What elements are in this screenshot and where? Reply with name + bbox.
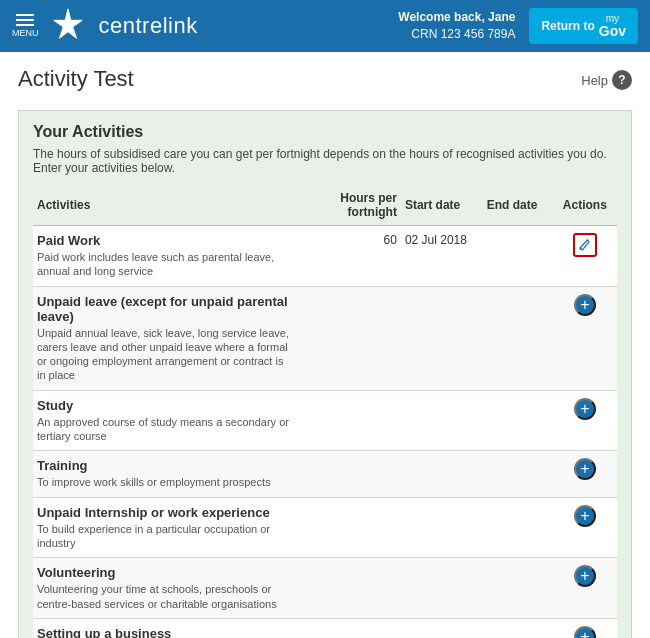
activity-start-date	[401, 451, 483, 497]
return-to-mygov-button[interactable]: Return to my Gov	[529, 8, 638, 44]
activity-hours	[296, 451, 401, 497]
help-button[interactable]: Help ?	[581, 70, 632, 90]
activity-end-date	[483, 451, 553, 497]
add-activity-button[interactable]: +	[574, 565, 596, 587]
activity-actions: +	[553, 451, 617, 497]
activity-name: Volunteering	[37, 565, 292, 580]
section-description: The hours of subsidised care you can get…	[33, 147, 617, 175]
col-activities: Activities	[33, 185, 296, 226]
activities-table: Activities Hours per fortnight Start dat…	[33, 185, 617, 638]
activity-description: To build experience in a particular occu…	[37, 522, 292, 551]
col-end-date: End date	[483, 185, 553, 226]
activity-end-date	[483, 390, 553, 451]
add-activity-button[interactable]: +	[574, 398, 596, 420]
activities-section: Your Activities The hours of subsidised …	[18, 110, 632, 638]
add-activity-button[interactable]: +	[574, 505, 596, 527]
activity-name: Setting up a business	[37, 626, 292, 638]
activity-description: Paid work includes leave such as parenta…	[37, 250, 292, 279]
table-row: Unpaid Internship or work experienceTo b…	[33, 497, 617, 558]
activity-end-date	[483, 497, 553, 558]
table-row: VolunteeringVolunteering your time at sc…	[33, 558, 617, 619]
activity-description: To improve work skills or employment pro…	[37, 475, 292, 489]
brand-name: centrelink	[99, 13, 198, 39]
activity-hours	[296, 497, 401, 558]
activity-name: Unpaid leave (except for unpaid parental…	[37, 294, 292, 324]
svg-marker-0	[53, 9, 82, 38]
table-row: Setting up a businessDeveloping business…	[33, 618, 617, 638]
activity-end-date	[483, 558, 553, 619]
table-row: TrainingTo improve work skills or employ…	[33, 451, 617, 497]
help-icon: ?	[612, 70, 632, 90]
col-actions: Actions	[553, 185, 617, 226]
menu-label: MENU	[12, 28, 39, 38]
activity-actions: +	[553, 390, 617, 451]
edit-activity-button[interactable]	[573, 233, 597, 257]
activity-hours	[296, 390, 401, 451]
activity-name: Study	[37, 398, 292, 413]
page-content: Help ? Activity Test Your Activities The…	[0, 52, 650, 638]
activity-hours: 60	[296, 226, 401, 287]
header: MENU centrelink Welcome back, Jane CRN 1…	[0, 0, 650, 52]
col-start-date: Start date	[401, 185, 483, 226]
activity-start-date: 02 Jul 2018	[401, 226, 483, 287]
activity-actions: +	[553, 286, 617, 390]
table-row: Unpaid leave (except for unpaid parental…	[33, 286, 617, 390]
hamburger-icon	[16, 14, 34, 26]
page-title: Activity Test	[18, 66, 632, 92]
activity-description: Unpaid annual leave, sick leave, long se…	[37, 326, 292, 383]
activity-actions: +	[553, 558, 617, 619]
welcome-text: Welcome back, Jane CRN 123 456 789A	[398, 9, 515, 43]
activity-actions: +	[553, 497, 617, 558]
activity-end-date	[483, 226, 553, 287]
add-activity-button[interactable]: +	[574, 294, 596, 316]
activity-start-date	[401, 286, 483, 390]
activity-name: Paid Work	[37, 233, 292, 248]
activity-name: Training	[37, 458, 292, 473]
add-activity-button[interactable]: +	[574, 458, 596, 480]
activity-start-date	[401, 558, 483, 619]
centrelink-logo	[49, 7, 87, 45]
activity-hours	[296, 618, 401, 638]
col-hours: Hours per fortnight	[296, 185, 401, 226]
activity-description: Volunteering your time at schools, presc…	[37, 582, 292, 611]
activity-end-date	[483, 286, 553, 390]
help-label: Help	[581, 73, 608, 88]
activity-actions: +	[553, 618, 617, 638]
activity-actions	[553, 226, 617, 287]
activity-end-date	[483, 618, 553, 638]
activity-hours	[296, 558, 401, 619]
add-activity-button[interactable]: +	[574, 626, 596, 638]
activity-description: An approved course of study means a seco…	[37, 415, 292, 444]
table-header-row: Activities Hours per fortnight Start dat…	[33, 185, 617, 226]
activity-start-date	[401, 497, 483, 558]
menu-button[interactable]: MENU	[12, 14, 39, 38]
activity-hours	[296, 286, 401, 390]
activity-name: Unpaid Internship or work experience	[37, 505, 292, 520]
table-row: Paid WorkPaid work includes leave such a…	[33, 226, 617, 287]
activity-start-date	[401, 390, 483, 451]
section-title: Your Activities	[33, 123, 617, 141]
activity-start-date	[401, 618, 483, 638]
table-row: StudyAn approved course of study means a…	[33, 390, 617, 451]
